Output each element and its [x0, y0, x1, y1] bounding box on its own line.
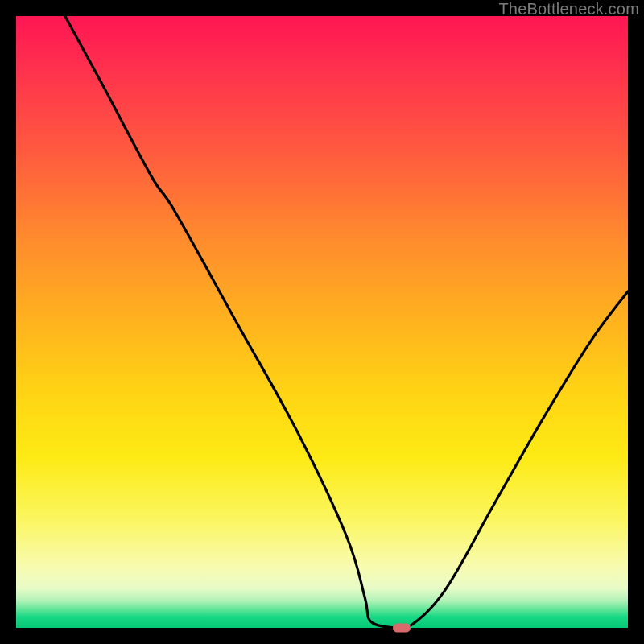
plot-area [16, 16, 628, 628]
bottleneck-curve-path [65, 16, 628, 628]
chart-frame: TheBottleneck.com [0, 0, 644, 644]
optimal-point-marker [393, 624, 411, 633]
curve-svg [16, 16, 628, 628]
